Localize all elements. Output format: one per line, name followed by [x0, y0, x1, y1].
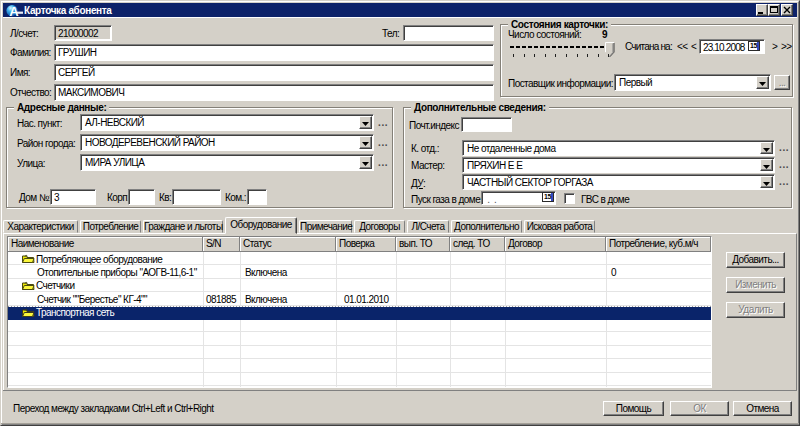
svg-text:А: А: [9, 4, 19, 17]
